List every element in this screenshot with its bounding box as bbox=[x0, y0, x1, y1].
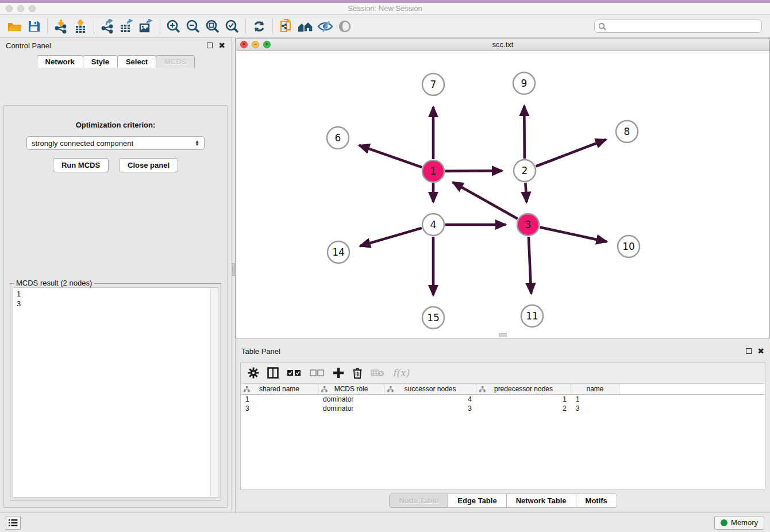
tab-select[interactable]: Select bbox=[117, 55, 156, 68]
search-field[interactable] bbox=[594, 20, 762, 33]
node-14[interactable]: 14 bbox=[328, 241, 349, 263]
zoom-selected-icon[interactable] bbox=[222, 17, 242, 36]
mcds-result-item[interactable]: 1 bbox=[17, 289, 214, 299]
node-11[interactable]: 11 bbox=[521, 305, 543, 327]
column-header-predecessor-nodes[interactable]: predecessor nodes bbox=[476, 384, 571, 395]
row-1-cell-shared-name[interactable]: 3 bbox=[241, 404, 318, 413]
mcds-result-item[interactable]: 3 bbox=[17, 299, 214, 309]
row-1-cell-mcds-role[interactable]: dominator bbox=[318, 404, 384, 413]
export-image-icon[interactable] bbox=[137, 17, 156, 36]
edge-2-3[interactable] bbox=[525, 183, 526, 202]
network-maximize-button[interactable]: + bbox=[263, 41, 271, 48]
panel-splitter[interactable] bbox=[231, 38, 236, 512]
open-session-icon[interactable] bbox=[5, 17, 24, 36]
network-graph[interactable]: 7968124314101511 bbox=[236, 51, 769, 338]
row-1-cell-successor-nodes[interactable]: 3 bbox=[384, 404, 476, 413]
select-all-rows-icon[interactable] bbox=[287, 369, 302, 377]
function-builder-icon[interactable]: f(x) bbox=[392, 367, 409, 379]
network-close-button[interactable]: ✕ bbox=[240, 41, 248, 48]
refresh-icon[interactable] bbox=[249, 17, 269, 36]
zoom-in-icon[interactable] bbox=[164, 17, 183, 36]
svg-text:6: 6 bbox=[335, 132, 341, 144]
import-network-icon[interactable] bbox=[51, 17, 71, 36]
close-panel-icon[interactable]: ✖ bbox=[218, 41, 225, 49]
column-header-name[interactable]: name bbox=[571, 384, 619, 395]
save-session-icon[interactable] bbox=[24, 17, 44, 36]
close-table-panel-icon[interactable]: ✖ bbox=[757, 347, 764, 355]
network-window-titlebar[interactable]: ✕ − + scc.txt bbox=[236, 38, 769, 51]
edge-4-14[interactable] bbox=[360, 228, 421, 246]
node-3[interactable]: 3 bbox=[517, 214, 539, 236]
tab-edge-table[interactable]: Edge Table bbox=[448, 494, 506, 508]
toolbar-separator bbox=[94, 19, 94, 34]
tab-motifs[interactable]: Motifs bbox=[576, 494, 617, 508]
new-network-from-selection-icon[interactable] bbox=[276, 17, 296, 36]
node-1[interactable]: 1 bbox=[422, 160, 444, 182]
first-neighbors-icon[interactable] bbox=[296, 17, 315, 36]
zoom-out-icon[interactable] bbox=[183, 17, 203, 36]
control-panel-title: Control Panel bbox=[6, 41, 51, 50]
node-6[interactable]: 6 bbox=[327, 127, 349, 149]
row-0-cell-successor-nodes[interactable]: 4 bbox=[384, 395, 476, 404]
node-8[interactable]: 8 bbox=[616, 121, 638, 142]
optimization-criterion-label: Optimization criterion: bbox=[76, 121, 156, 129]
splitter-handle[interactable] bbox=[232, 263, 235, 276]
column-header-shared-name[interactable]: shared name bbox=[241, 384, 318, 395]
row-0-cell-name[interactable]: 1 bbox=[571, 395, 619, 404]
hide-selected-icon[interactable] bbox=[315, 17, 335, 36]
criterion-select[interactable]: strongly connected component ▲▼ bbox=[26, 136, 205, 150]
node-9[interactable]: 9 bbox=[513, 72, 535, 94]
row-1-cell-name[interactable]: 3 bbox=[571, 404, 619, 413]
delete-column-icon[interactable] bbox=[371, 368, 384, 377]
node-4[interactable]: 4 bbox=[422, 214, 444, 236]
task-history-button[interactable] bbox=[6, 516, 21, 530]
result-scrollbar[interactable] bbox=[210, 288, 218, 497]
row-0-cell-predecessor-nodes[interactable]: 1 bbox=[476, 395, 571, 404]
memory-button[interactable]: Memory bbox=[714, 516, 764, 530]
table-tabs: Node Table Edge Table Network Table Moti… bbox=[236, 494, 770, 508]
delete-rows-icon[interactable] bbox=[352, 367, 363, 379]
edge-2-8[interactable] bbox=[536, 140, 606, 167]
node-15[interactable]: 15 bbox=[422, 307, 444, 329]
import-table-icon[interactable] bbox=[71, 17, 90, 36]
network-canvas[interactable]: 7968124314101511 bbox=[236, 51, 769, 338]
float-panel-icon[interactable] bbox=[207, 43, 213, 48]
column-header-mcds-role[interactable]: MCDS role bbox=[318, 384, 384, 395]
run-mcds-button[interactable]: Run MCDS bbox=[53, 158, 109, 172]
edge-3-1[interactable] bbox=[453, 182, 518, 219]
edge-3-11[interactable] bbox=[529, 237, 531, 294]
tab-node-table[interactable]: Node Table bbox=[389, 494, 448, 508]
edge-3-10[interactable] bbox=[540, 227, 607, 241]
tab-style[interactable]: Style bbox=[83, 55, 118, 68]
deselect-all-rows-icon[interactable] bbox=[310, 369, 325, 377]
close-panel-button[interactable]: Close panel bbox=[119, 158, 178, 172]
edge-1-2[interactable] bbox=[445, 171, 502, 171]
network-minimize-button[interactable]: − bbox=[252, 41, 259, 48]
row-0-cell-shared-name[interactable]: 1 bbox=[241, 395, 318, 404]
svg-text:11: 11 bbox=[526, 310, 538, 322]
node-10[interactable]: 10 bbox=[618, 236, 640, 257]
show-column-panel-icon[interactable] bbox=[267, 367, 279, 379]
export-network-icon[interactable] bbox=[98, 17, 117, 36]
tab-mcds[interactable]: MCDS bbox=[156, 55, 195, 68]
add-column-icon[interactable] bbox=[333, 367, 344, 379]
edge-2-9[interactable] bbox=[524, 106, 525, 159]
tab-network[interactable]: Network bbox=[37, 55, 83, 68]
row-0-cell-mcds-role[interactable]: dominator bbox=[318, 395, 384, 404]
mcds-result-list[interactable]: 1 3 bbox=[13, 287, 218, 498]
tab-network-table[interactable]: Network Table bbox=[506, 494, 576, 508]
search-input[interactable] bbox=[606, 22, 758, 30]
table-header: shared name MCDS role successor nodes bbox=[241, 384, 765, 395]
settings-gear-icon[interactable] bbox=[248, 367, 259, 379]
row-1-cell-predecessor-nodes[interactable]: 2 bbox=[476, 404, 571, 413]
zoom-fit-icon[interactable] bbox=[203, 17, 222, 36]
float-table-panel-icon[interactable] bbox=[746, 348, 752, 354]
edge-1-6[interactable] bbox=[359, 145, 422, 167]
column-header-successor-nodes[interactable]: successor nodes bbox=[384, 384, 476, 395]
node-7[interactable]: 7 bbox=[422, 74, 444, 95]
export-table-icon[interactable] bbox=[117, 17, 137, 36]
show-all-icon[interactable] bbox=[335, 17, 355, 36]
canvas-resize-handle[interactable] bbox=[499, 333, 507, 337]
status-bar: Memory bbox=[0, 512, 770, 532]
node-2[interactable]: 2 bbox=[514, 160, 536, 182]
